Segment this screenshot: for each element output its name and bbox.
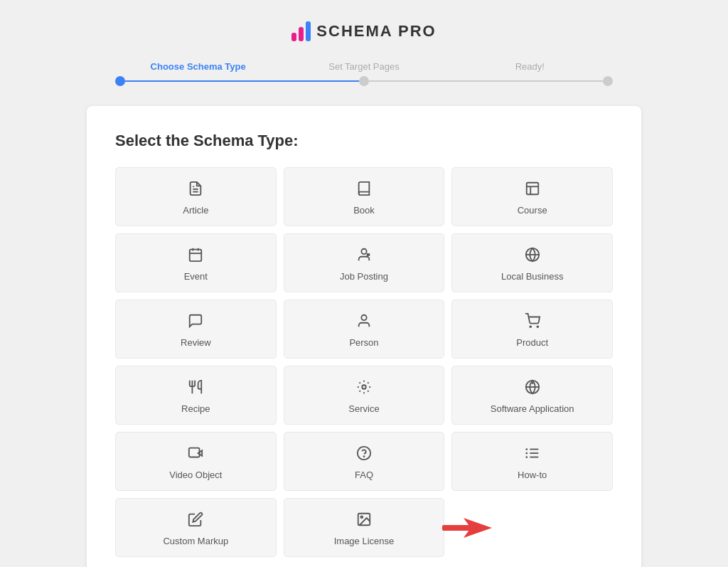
main-card: Select the Schema Type: Article Book Cou… bbox=[87, 106, 641, 567]
svg-point-14 bbox=[361, 315, 366, 320]
svg-point-15 bbox=[530, 326, 531, 327]
bar1 bbox=[291, 33, 296, 41]
review-label: Review bbox=[181, 337, 211, 348]
step-label-1: Set Target Pages bbox=[281, 61, 446, 72]
red-arrow bbox=[442, 518, 492, 538]
schema-item-image-license[interactable]: Image License bbox=[284, 498, 445, 557]
schema-item-software-application[interactable]: Software Application bbox=[451, 366, 613, 425]
step-label-0: Choose Schema Type bbox=[115, 61, 281, 72]
svg-point-16 bbox=[537, 326, 538, 327]
service-icon bbox=[356, 379, 372, 398]
schema-item-video-object[interactable]: Video Object bbox=[115, 432, 277, 491]
schema-item-recipe[interactable]: Recipe bbox=[115, 366, 277, 425]
service-label: Service bbox=[348, 403, 379, 414]
recipe-label: Recipe bbox=[181, 403, 210, 414]
video-object-label: Video Object bbox=[169, 470, 222, 480]
book-icon bbox=[356, 181, 372, 199]
step-dot-2 bbox=[603, 76, 613, 86]
how-to-label: How-to bbox=[518, 470, 547, 480]
book-label: Book bbox=[353, 205, 375, 216]
event-label: Event bbox=[184, 271, 208, 282]
svg-point-32 bbox=[360, 516, 363, 518]
video-object-icon bbox=[188, 445, 203, 464]
schema-item-service[interactable]: Service bbox=[284, 366, 445, 425]
faq-icon bbox=[356, 445, 372, 464]
job-posting-label: Job Posting bbox=[340, 271, 388, 282]
software-application-label: Software Application bbox=[491, 403, 574, 414]
schema-item-how-to[interactable]: How-to bbox=[451, 432, 613, 491]
svg-rect-2 bbox=[526, 183, 538, 195]
image-license-label: Image License bbox=[334, 536, 395, 546]
person-icon bbox=[356, 313, 372, 332]
course-label: Course bbox=[518, 205, 547, 216]
how-to-icon bbox=[525, 445, 540, 464]
bar2 bbox=[299, 27, 304, 41]
steps-wrapper: Choose Schema Type Set Target Pages Read… bbox=[115, 61, 613, 86]
svg-marker-33 bbox=[464, 518, 492, 538]
steps-track bbox=[115, 76, 613, 86]
schema-item-job-posting[interactable]: Job Posting bbox=[284, 233, 445, 292]
event-icon bbox=[188, 247, 203, 265]
step-label-2: Ready! bbox=[447, 61, 613, 72]
logo-icon bbox=[291, 21, 311, 41]
schema-item-event[interactable]: Event bbox=[115, 233, 277, 292]
schema-item-person[interactable]: Person bbox=[284, 300, 445, 359]
recipe-icon bbox=[188, 379, 203, 398]
article-icon bbox=[188, 181, 203, 199]
card-title: Select the Schema Type: bbox=[115, 132, 613, 150]
product-label: Product bbox=[516, 337, 548, 348]
custom-markup-label: Custom Markup bbox=[163, 536, 228, 546]
schema-item-custom-markup[interactable]: Custom Markup bbox=[115, 498, 277, 557]
product-icon bbox=[525, 313, 540, 332]
svg-rect-21 bbox=[189, 448, 200, 457]
schema-item-course[interactable]: Course bbox=[451, 167, 613, 226]
review-icon bbox=[188, 313, 203, 332]
step-dot-0 bbox=[115, 76, 125, 86]
person-label: Person bbox=[349, 337, 378, 348]
step-dot-1 bbox=[359, 76, 369, 86]
job-posting-icon bbox=[356, 247, 372, 265]
schema-item-product[interactable]: Product bbox=[451, 300, 613, 359]
logo-area: SCHEMA PRO bbox=[291, 21, 436, 41]
schema-item-faq[interactable]: FAQ bbox=[284, 432, 445, 491]
schema-item-review[interactable]: Review bbox=[115, 300, 277, 359]
schema-item-article[interactable]: Article bbox=[115, 167, 277, 226]
image-license-icon bbox=[356, 512, 372, 530]
svg-rect-34 bbox=[442, 525, 472, 531]
svg-rect-5 bbox=[190, 250, 202, 262]
svg-point-17 bbox=[362, 385, 366, 389]
svg-point-9 bbox=[361, 249, 366, 254]
schema-grid: Article Book Course Event Job Posting bbox=[115, 167, 613, 557]
local-business-label: Local Business bbox=[501, 271, 563, 282]
logo-text: SCHEMA PRO bbox=[316, 22, 436, 41]
step-line-0 bbox=[125, 80, 359, 82]
course-icon bbox=[525, 181, 540, 199]
bar3 bbox=[306, 21, 311, 41]
schema-item-book[interactable]: Book bbox=[284, 167, 445, 226]
steps-labels: Choose Schema Type Set Target Pages Read… bbox=[115, 61, 613, 72]
local-business-icon bbox=[525, 247, 540, 265]
faq-label: FAQ bbox=[355, 470, 373, 480]
schema-item-local-business[interactable]: Local Business bbox=[451, 233, 613, 292]
custom-markup-icon bbox=[188, 512, 203, 530]
step-line-1 bbox=[369, 80, 603, 82]
article-label: Article bbox=[183, 205, 208, 216]
software-application-icon bbox=[525, 379, 540, 398]
